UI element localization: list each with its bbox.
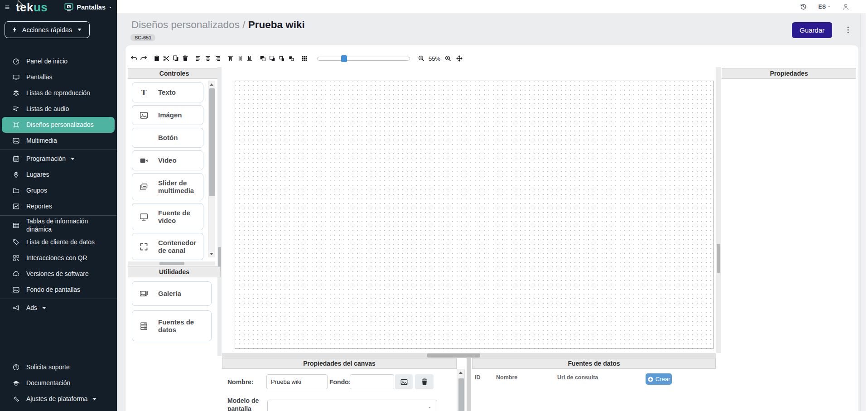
- save-button[interactable]: Guardar: [792, 22, 832, 38]
- scrollbar-thumb[interactable]: [458, 378, 464, 411]
- send-backward-button[interactable]: [286, 53, 296, 64]
- pick-background-image-button[interactable]: [395, 374, 413, 389]
- scrollbar-thumb[interactable]: [427, 353, 480, 358]
- chevron-down-icon: [428, 406, 432, 410]
- channel-container-icon: [139, 242, 149, 251]
- zoom-slider[interactable]: [317, 57, 410, 61]
- canvas-background-input[interactable]: [350, 374, 394, 389]
- zoom-in-button[interactable]: [443, 53, 453, 64]
- delete-background-button[interactable]: [415, 374, 434, 389]
- sidebar-item-multimedia[interactable]: Multimedia: [0, 133, 117, 149]
- schedule-icon: [12, 155, 20, 163]
- copy-button[interactable]: [171, 53, 180, 64]
- canvas-name-input[interactable]: [266, 374, 328, 389]
- ads-icon: [12, 304, 20, 312]
- breadcrumb: Diseños personalizados / Prueba wiki: [131, 19, 305, 31]
- sidebar-item-dise-os-personalizados[interactable]: Diseños personalizados: [2, 117, 115, 133]
- sidebar-item-lugares[interactable]: Lugares: [0, 167, 117, 183]
- scrollbar-thumb[interactable]: [159, 262, 184, 265]
- scroll-down-arrow[interactable]: [208, 251, 215, 256]
- context-label: Pantallas: [77, 4, 106, 11]
- send-back-button[interactable]: [267, 53, 277, 64]
- grid-button[interactable]: [299, 53, 309, 64]
- multimedia-icon: [12, 137, 20, 145]
- sidebar-item-reportes[interactable]: Reportes: [0, 198, 117, 214]
- sidebar-item-programaci-n[interactable]: Programación: [0, 151, 117, 167]
- sidebar-item-label: Versiones de software: [26, 270, 89, 278]
- sidebar-item-tablas-de-informaci-n-din-mica[interactable]: Tablas de información dinámica: [0, 217, 117, 234]
- control-card-fuentes-de-datos[interactable]: Fuentes de datos: [132, 310, 212, 341]
- sidebar-item-versiones-de-software[interactable]: Versiones de software: [0, 266, 117, 282]
- control-card-bot-n[interactable]: Botón: [132, 128, 203, 148]
- control-card-im-gen[interactable]: Imágen: [132, 105, 203, 125]
- align-left-button[interactable]: [193, 53, 203, 64]
- canvas-vscrollbar[interactable]: [716, 67, 721, 353]
- language-selector[interactable]: ES: [818, 4, 831, 10]
- topbar-actions: ES: [800, 0, 850, 13]
- caret-down-icon: [91, 395, 98, 403]
- user-icon[interactable]: [842, 3, 850, 11]
- menu-icon[interactable]: [5, 3, 10, 12]
- sidebar-item-fondo-de-pantallas[interactable]: Fondo de pantallas: [0, 282, 117, 298]
- dots-vertical-icon[interactable]: [844, 24, 853, 35]
- app-logo[interactable]: tekus: [16, 0, 48, 15]
- redo-button[interactable]: [139, 53, 148, 64]
- page-scrollbar[interactable]: [860, 13, 866, 411]
- video-source-icon: [139, 212, 149, 222]
- trash-button[interactable]: [180, 53, 190, 64]
- history-icon[interactable]: [800, 3, 807, 10]
- create-data-source-button[interactable]: Crear: [646, 373, 672, 385]
- breadcrumb-parent[interactable]: Diseños personalizados: [131, 19, 240, 30]
- align-center-button[interactable]: [203, 53, 212, 64]
- sidebar-item-listas-de-reproducci-n[interactable]: Listas de reproducción: [0, 85, 117, 101]
- scroll-up-arrow[interactable]: [208, 82, 215, 87]
- control-card-video[interactable]: Video: [132, 150, 203, 170]
- sidebar-item-grupos[interactable]: Grupos: [0, 183, 117, 198]
- bring-forward-button[interactable]: [277, 53, 286, 64]
- control-card-galer-a[interactable]: Galería: [132, 281, 212, 306]
- sidebar-item-label: Programación: [26, 155, 66, 163]
- scrollbar-thumb[interactable]: [717, 244, 720, 273]
- zoom-out-button[interactable]: [416, 53, 426, 64]
- sidebar-item-pantallas[interactable]: Pantallas: [0, 69, 117, 85]
- sidebar-item-interacciones-con-qr[interactable]: Interacciones con QR: [0, 250, 117, 266]
- left-column-scrollbar[interactable]: [217, 67, 222, 356]
- valign-bottom-button[interactable]: [245, 53, 254, 64]
- topbar: ES: [117, 0, 868, 13]
- controls-hscrollbar[interactable]: [128, 261, 215, 266]
- panel-splitter[interactable]: [467, 358, 471, 411]
- sidebar-item-ajustes-de-plataforma[interactable]: Ajustes de plataforma: [0, 391, 117, 407]
- sidebar-item-solicita-soporte[interactable]: Solicita soporte: [0, 359, 117, 375]
- scrollbar-thumb[interactable]: [209, 88, 215, 196]
- context-switcher[interactable]: K Pantallas: [64, 2, 112, 12]
- control-card-contenedor-de-canal[interactable]: Contenedor de canal: [132, 233, 203, 260]
- zoom-slider-handle[interactable]: [341, 55, 347, 62]
- sidebar-item-documentaci-n[interactable]: Documentación: [0, 375, 117, 391]
- sidebar-item-ads[interactable]: Ads: [0, 300, 117, 316]
- canvas-hscrollbar[interactable]: [222, 353, 716, 358]
- control-card-fuente-de-video[interactable]: Fuente de video: [132, 203, 203, 230]
- sidebar-item-panel-de-inicio[interactable]: Panel de inicio: [0, 53, 117, 69]
- valign-top-button[interactable]: [226, 53, 235, 64]
- data-sources-icon: [139, 321, 149, 331]
- design-canvas[interactable]: [235, 81, 714, 349]
- valign-middle-button[interactable]: [235, 53, 245, 64]
- bring-front-button[interactable]: [258, 53, 267, 64]
- paste-button[interactable]: [152, 53, 161, 64]
- scroll-up-arrow[interactable]: [457, 370, 464, 375]
- cut-button[interactable]: [161, 53, 171, 64]
- controls-scrollbar[interactable]: [208, 81, 215, 257]
- platform-settings-icon: [12, 395, 20, 403]
- pan-button[interactable]: [454, 53, 464, 64]
- sidebar-item-listas-de-audio[interactable]: Listas de audio: [0, 101, 117, 117]
- control-card-slider-de-multimedia[interactable]: Slider de multimedia: [132, 173, 203, 200]
- sidebar-item-lista-de-cliente-de-datos[interactable]: Lista de cliente de datos: [0, 234, 117, 250]
- pan-icon: [456, 55, 463, 62]
- screen-model-select[interactable]: [267, 400, 437, 411]
- undo-button[interactable]: [129, 53, 139, 64]
- control-card-texto[interactable]: TTexto: [132, 82, 203, 102]
- canvas-properties-scrollbar[interactable]: [457, 369, 465, 411]
- svg-text:K: K: [68, 5, 70, 8]
- quick-actions-button[interactable]: Acciones rápidas: [5, 21, 90, 38]
- align-right-button[interactable]: [212, 53, 222, 64]
